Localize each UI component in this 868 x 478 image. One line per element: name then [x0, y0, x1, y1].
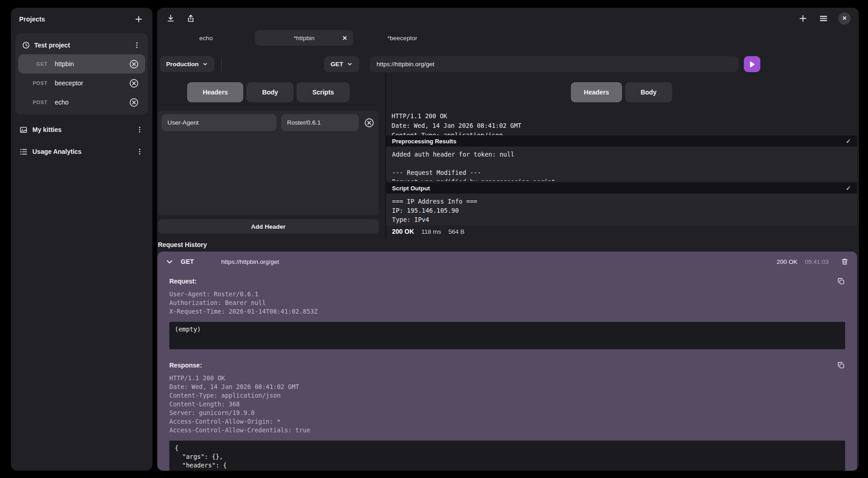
top-bar: ✕: [157, 8, 859, 29]
chevron-down-icon: [166, 258, 173, 266]
copy-icon: [837, 277, 845, 285]
tab-label: echo: [199, 35, 213, 42]
delete-history-button[interactable]: [841, 257, 849, 266]
plus-icon: [134, 15, 143, 24]
new-tab-button[interactable]: [797, 13, 809, 24]
clock-icon: [22, 41, 30, 49]
export-button[interactable]: [185, 13, 196, 24]
response-panel: Headers Body HTTP/1.1 200 OK Date: Wed, …: [386, 73, 859, 237]
preprocessing-results-title: Preprocessing Results: [392, 138, 456, 145]
chevron-down-icon: [347, 61, 353, 67]
tab-echo[interactable]: echo: [157, 30, 255, 46]
document-tabs: echo *httpbin ✕ *beeceptor: [157, 29, 859, 47]
sidebar-item-echo[interactable]: POST echo: [18, 93, 145, 112]
kebab-icon: [136, 148, 143, 155]
chevron-down-icon: [202, 61, 208, 67]
play-icon: [748, 61, 756, 68]
group-name: Usage Analytics: [32, 148, 131, 155]
project-card: Test project GET httpbin POST beeceptor …: [16, 33, 148, 115]
response-size: 564 B: [449, 228, 465, 235]
request-bar: Production GET: [157, 56, 859, 72]
request-name: beeceptor: [55, 79, 128, 87]
history-url: https://httpbin.org/get: [221, 258, 777, 265]
tab-label: *httpbin: [294, 35, 315, 42]
download-icon: [166, 14, 175, 23]
request-section-header: Request:: [169, 277, 845, 285]
header-key-input[interactable]: [162, 114, 277, 131]
tab-beeceptor[interactable]: *beeceptor: [353, 30, 451, 46]
tab-headers[interactable]: Headers: [187, 82, 243, 102]
header-value-input[interactable]: [281, 114, 359, 131]
kebab-icon: [136, 126, 143, 133]
group-menu-button[interactable]: [135, 125, 144, 134]
sidebar-item-usage-analytics[interactable]: Usage Analytics: [11, 141, 152, 162]
status-code: 200 OK: [392, 228, 414, 235]
sidebar-header: Projects: [11, 8, 152, 31]
history-entry-header[interactable]: GET https://httpbin.org/get 200 OK 09:41…: [157, 252, 857, 272]
response-headers-preview: HTTP/1.1 200 OK Date: Wed, 14 Jan 2026 0…: [386, 111, 857, 135]
sidebar-item-my-kitties[interactable]: My kitties: [11, 119, 152, 140]
environment-selector[interactable]: Production: [160, 56, 214, 72]
response-label: Response:: [169, 362, 202, 369]
history-entry-card: GET https://httpbin.org/get 200 OK 09:41…: [157, 252, 857, 471]
headers-list: [158, 110, 379, 215]
share-icon: [186, 14, 195, 23]
group-name: My kitties: [32, 126, 131, 133]
close-icon: ✕: [342, 35, 347, 42]
send-request-button[interactable]: [744, 56, 760, 72]
method-label: GET: [330, 61, 343, 68]
check-icon: ✓: [846, 137, 851, 145]
plus-icon: [798, 14, 808, 23]
copy-response-button[interactable]: [837, 361, 845, 369]
import-button[interactable]: [165, 13, 176, 24]
tab-httpbin[interactable]: *httpbin ✕: [255, 30, 353, 46]
tab-body[interactable]: Body: [246, 82, 293, 102]
menu-button[interactable]: [818, 13, 829, 24]
add-project-button[interactable]: [133, 14, 144, 25]
script-output-title: Script Output: [392, 185, 430, 192]
preprocessing-results-bar[interactable]: Preprocessing Results ✓: [386, 136, 857, 147]
divider: [221, 58, 222, 71]
response-tabs: Headers Body: [386, 82, 857, 102]
project-header[interactable]: Test project: [18, 36, 145, 54]
delete-request-button[interactable]: [128, 58, 140, 70]
tab-response-body[interactable]: Body: [625, 82, 672, 102]
script-output-text: === IP Address Info === IP: 195.146.105.…: [386, 194, 857, 226]
request-editor-panel: Headers Body Scripts Add Header: [157, 73, 385, 237]
request-editor-tabs: Headers Body Scripts: [158, 82, 379, 102]
url-input[interactable]: [370, 56, 738, 72]
header-row: [162, 114, 375, 131]
response-status-row: 200 OK 118 ms 564 B: [386, 228, 857, 235]
tab-response-headers[interactable]: Headers: [571, 82, 622, 102]
delete-request-button[interactable]: [128, 97, 140, 108]
main-panel: ✕ echo *httpbin ✕ *beeceptor Production …: [157, 8, 859, 471]
project-menu-button[interactable]: [132, 41, 141, 50]
preprocessing-results-output: Added auth header for token: null --- Re…: [386, 147, 857, 181]
tab-close-button[interactable]: ✕: [342, 35, 347, 41]
history-status: 200 OK: [777, 258, 798, 265]
add-header-button[interactable]: Add Header: [158, 219, 379, 234]
sidebar: Projects Test project GET httpbin POST b…: [11, 8, 152, 471]
close-icon: ✕: [842, 15, 847, 21]
tab-label: *beeceptor: [387, 35, 417, 42]
editor-response-row: Headers Body Scripts Add Header Headers …: [157, 73, 859, 237]
sidebar-item-httpbin[interactable]: GET httpbin: [18, 54, 145, 74]
copy-request-button[interactable]: [837, 277, 845, 285]
delete-request-button[interactable]: [128, 78, 140, 89]
window-close-button[interactable]: ✕: [838, 12, 851, 25]
circled-x-icon: [129, 59, 139, 69]
group-menu-button[interactable]: [135, 147, 144, 156]
request-method-label: POST: [28, 80, 47, 86]
projects-title: Projects: [19, 16, 45, 23]
remove-header-button[interactable]: [363, 117, 375, 129]
script-output-bar[interactable]: Script Output ✓: [386, 183, 857, 194]
request-name: echo: [55, 99, 128, 106]
response-headers-text: HTTP/1.1 200 OK Date: Wed, 14 Jan 2026 0…: [169, 374, 845, 435]
sidebar-item-beeceptor[interactable]: POST beeceptor: [18, 74, 145, 93]
history-entry-body: Request: User-Agent: Roster/0.6.1 Author…: [157, 272, 857, 471]
circled-x-icon: [364, 118, 374, 128]
method-selector[interactable]: GET: [324, 56, 359, 72]
response-time: 118 ms: [421, 228, 441, 235]
history-method: GET: [181, 258, 194, 265]
tab-scripts[interactable]: Scripts: [297, 82, 349, 102]
